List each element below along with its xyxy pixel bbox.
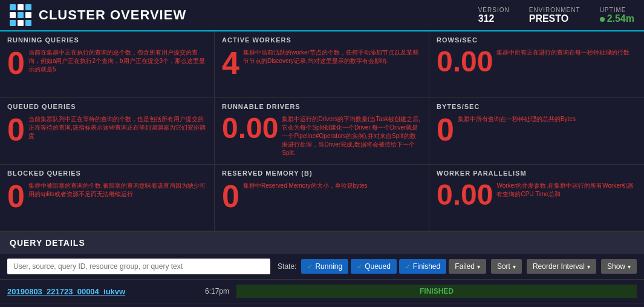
failed-caret-icon: ▾ — [477, 263, 480, 270]
svg-rect-8 — [25, 20, 31, 26]
worker-parallelism-label: WORKER PARALLELISM — [437, 170, 637, 177]
svg-rect-2 — [25, 4, 31, 10]
queued-queries-desc: 当前集群队列中正在等待的查询的个数，也是包括所有用户提交的正在等待的查询,该指标… — [28, 115, 207, 140]
queued-queries-value: 0 — [7, 114, 25, 145]
runnable-drivers-desc: 集群中运行的Drivers的平均数量(当Task被创建之后, 它会为每个Spli… — [282, 115, 421, 157]
filter-failed-button[interactable]: Failed ▾ — [449, 259, 486, 274]
query-id-link[interactable]: 20190803_221723_00004_iukvw — [7, 287, 198, 296]
active-workers-label: ACTIVE WORKERS — [222, 36, 421, 44]
version-value: 312 — [478, 13, 495, 24]
filter-queued-label: Queued — [365, 262, 391, 271]
queued-check-icon: ✓ — [357, 263, 362, 271]
metric-active-workers: ACTIVE WORKERS 4 集群中当前活跃的worker节点的个数，任何手… — [215, 31, 429, 98]
running-queries-desc: 当前在集群中正在执行的查询的总个数，包含所有用户提交的查询，例如a用户正在执行2… — [28, 48, 207, 74]
filter-running-label: Running — [315, 262, 342, 271]
header-meta: VERSION 312 ENVIRONMENT PRESTO UPTIME 2.… — [478, 7, 634, 24]
filter-finished-button[interactable]: ✓ Finished — [399, 259, 446, 274]
uptime-dot — [600, 17, 605, 22]
filter-failed-label: Failed — [455, 262, 475, 271]
reserved-memory-value: 0 — [222, 180, 239, 212]
metric-bytes-sec: BYTES/SEC 0 集群中所有查询在一秒钟处理的总共的Bytes — [429, 98, 644, 165]
bytes-sec-label: BYTES/SEC — [437, 103, 637, 110]
svg-rect-6 — [10, 20, 16, 26]
active-workers-value: 4 — [222, 47, 239, 79]
version-label: VERSION — [478, 7, 510, 13]
metric-running-queries: RUNNING QUERIES 0 当前在集群中正在执行的查询的总个数，包含所有… — [0, 31, 215, 98]
reserved-memory-label: RESERVED MEMORY (B) — [222, 170, 421, 177]
show-label: Show — [607, 262, 625, 271]
rows-sec-label: ROWS/SEC — [437, 36, 637, 44]
query-time: 6:17pm — [205, 287, 229, 295]
metric-worker-parallelism: WORKER PARALLELISM 0.00 Worker的并发参数,在集群中… — [429, 165, 644, 231]
blocked-queries-desc: 集群中被阻塞的查询的个数,被阻塞的查询意味着该查询因为缺少可用的splits或者… — [28, 182, 207, 199]
running-queries-label: RUNNING QUERIES — [7, 36, 207, 44]
reorder-interval-label: Reorder Interval — [533, 262, 585, 271]
metric-rows-sec: ROWS/SEC 0.00 集群中所有正在进行的查询在每一秒钟处理的行数 — [429, 31, 644, 98]
bytes-sec-value: 0 — [437, 114, 454, 145]
query-row: 20190803_221723_00004_iukvw 6:17pm FINIS… — [0, 280, 644, 303]
page-title: CLUSTER OVERVIEW — [39, 7, 478, 23]
reorder-interval-button[interactable]: Reorder Interval ▾ — [527, 259, 596, 274]
search-input[interactable] — [7, 259, 270, 274]
reorder-caret-icon: ▾ — [587, 263, 590, 270]
app-header: CLUSTER OVERVIEW VERSION 312 ENVIRONMENT… — [0, 0, 644, 31]
queued-queries-label: QUEUED QUERIES — [7, 103, 207, 110]
metric-reserved-memory: RESERVED MEMORY (B) 0 集群中Reserved Memory… — [215, 165, 429, 231]
environment-info: ENVIRONMENT PRESTO — [529, 7, 581, 24]
version-info: VERSION 312 — [478, 7, 510, 24]
svg-rect-3 — [10, 12, 16, 18]
runnable-drivers-label: RUNNABLE DRIVERS — [222, 103, 421, 110]
query-details-header: QUERY DETAILS — [0, 232, 644, 254]
worker-parallelism-desc: Worker的并发参数,在集群中运行的所有Worker机器有查询的CPU Tim… — [496, 182, 637, 199]
query-status-badge: FINISHED — [236, 285, 637, 298]
svg-rect-5 — [25, 12, 31, 18]
environment-value: PRESTO — [529, 13, 569, 24]
metric-queued-queries: QUEUED QUERIES 0 当前集群队列中正在等待的查询的个数，也是包括所… — [0, 98, 215, 165]
sort-button[interactable]: Sort ▾ — [491, 259, 522, 274]
sort-caret-icon: ▾ — [513, 263, 516, 270]
metric-blocked-queries: BLOCKED QUERIES 0 集群中被阻塞的查询的个数,被阻塞的查询意味着… — [0, 165, 215, 231]
finished-check-icon: ✓ — [405, 263, 411, 271]
blocked-queries-label: BLOCKED QUERIES — [7, 170, 207, 177]
state-label: State: — [278, 262, 296, 271]
filter-queued-button[interactable]: ✓ Queued — [351, 259, 397, 274]
show-button[interactable]: Show ▾ — [601, 259, 637, 274]
query-details-title: QUERY DETAILS — [10, 238, 85, 248]
filter-buttons: ✓ Running ✓ Queued ✓ Finished Failed ▾ — [301, 259, 486, 274]
svg-rect-4 — [18, 12, 24, 18]
filter-running-button[interactable]: ✓ Running — [301, 259, 348, 274]
worker-parallelism-value: 0.00 — [437, 180, 493, 210]
reserved-memory-desc: 集群中Reserved Memory的大小，单位是bytes — [243, 182, 368, 190]
uptime-info: UPTIME 2.54m — [600, 7, 634, 24]
query-controls-bar: State: ✓ Running ✓ Queued ✓ Finished Fai… — [0, 254, 644, 280]
metrics-grid: RUNNING QUERIES 0 当前在集群中正在执行的查询的总个数，包含所有… — [0, 31, 644, 232]
sort-label: Sort — [497, 262, 510, 271]
rows-sec-desc: 集群中所有正在进行的查询在每一秒钟处理的行数 — [496, 48, 629, 57]
running-queries-value: 0 — [7, 47, 25, 79]
filter-finished-label: Finished — [413, 262, 440, 271]
rows-sec-value: 0.00 — [437, 47, 493, 76]
environment-label: ENVIRONMENT — [529, 7, 581, 13]
show-caret-icon: ▾ — [628, 263, 631, 270]
running-check-icon: ✓ — [307, 263, 313, 271]
svg-rect-0 — [10, 4, 16, 10]
svg-rect-7 — [18, 20, 24, 26]
uptime-label: UPTIME — [600, 7, 626, 13]
runnable-drivers-value: 0.00 — [222, 114, 278, 143]
svg-rect-1 — [18, 4, 24, 10]
metric-runnable-drivers: RUNNABLE DRIVERS 0.00 集群中运行的Drivers的平均数量… — [215, 98, 429, 165]
blocked-queries-value: 0 — [7, 180, 25, 212]
uptime-value: 2.54m — [600, 13, 634, 24]
logo-icon — [10, 4, 31, 26]
bytes-sec-desc: 集群中所有查询在一秒钟处理的总共的Bytes — [458, 115, 576, 124]
active-workers-desc: 集群中当前活跃的worker节点的个数，任何手动添加节点以及某些节节点的Disc… — [243, 48, 421, 65]
